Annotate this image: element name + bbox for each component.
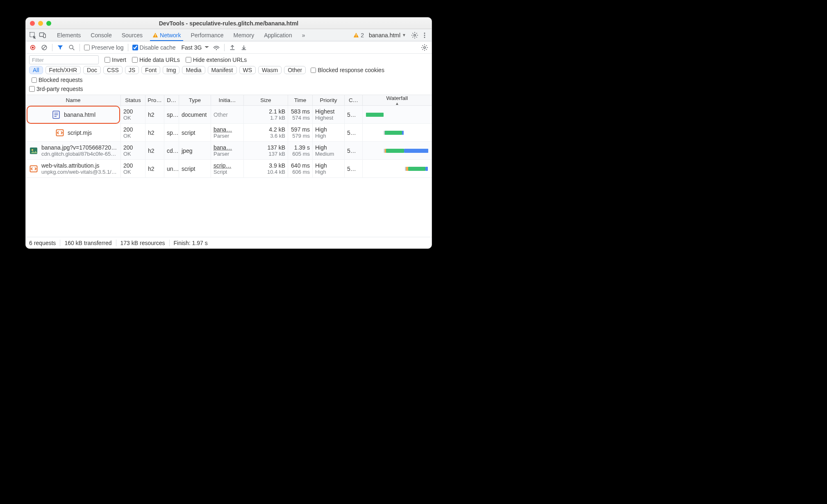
warning-icon bbox=[353, 32, 359, 38]
chevron-down-icon: ▼ bbox=[402, 33, 406, 37]
tab-performance[interactable]: Performance bbox=[186, 29, 228, 41]
svg-line-14 bbox=[413, 36, 414, 37]
filter-chip-img[interactable]: Img bbox=[163, 66, 179, 74]
network-conditions-icon[interactable] bbox=[213, 44, 220, 51]
table-row[interactable]: banana.html200OKh2sp…documentOther2.1 kB… bbox=[26, 106, 432, 124]
svg-line-33 bbox=[423, 45, 423, 46]
tab-console[interactable]: Console bbox=[86, 29, 116, 41]
svg-point-23 bbox=[69, 45, 73, 49]
svg-point-25 bbox=[216, 49, 217, 50]
col-priority: Priority bbox=[313, 95, 345, 105]
svg-rect-20 bbox=[32, 46, 34, 48]
import-har-icon[interactable] bbox=[240, 44, 248, 51]
kebab-menu-icon[interactable] bbox=[421, 32, 428, 39]
filter-chip-doc[interactable]: Doc bbox=[83, 66, 101, 74]
waterfall-cell[interactable] bbox=[363, 160, 432, 177]
network-settings-icon[interactable] bbox=[421, 44, 428, 51]
blocked-cookies-checkbox[interactable]: Blocked response cookies bbox=[311, 67, 384, 73]
tab-memory[interactable]: Memory bbox=[229, 29, 259, 41]
col-initiator: Initia… bbox=[211, 95, 244, 105]
main-tabbar: Elements Console Sources Network Perform… bbox=[26, 29, 432, 41]
hide-extension-urls-checkbox[interactable]: Hide extension URLs bbox=[186, 57, 247, 63]
table-row[interactable]: web-vitals.attribution.jsunpkg.com/web-v… bbox=[26, 160, 432, 178]
device-mode-icon[interactable] bbox=[39, 32, 46, 39]
filter-input[interactable] bbox=[29, 55, 99, 64]
type-filter-bar: AllFetch/XHRDocCSSJSFontImgMediaManifest… bbox=[26, 66, 432, 86]
doc-icon bbox=[52, 110, 61, 119]
status-bar: 6 requests 160 kB transferred 173 kB res… bbox=[26, 237, 432, 248]
col-name: Name bbox=[26, 95, 121, 105]
filter-chip-fetchxhr[interactable]: Fetch/XHR bbox=[45, 66, 81, 74]
footer-finish: Finish: 1.97 s bbox=[174, 240, 208, 246]
waterfall-cell[interactable] bbox=[363, 124, 432, 141]
sort-asc-icon: ▲ bbox=[395, 101, 399, 105]
devtools-window: DevTools - speculative-rules.glitch.me/b… bbox=[25, 17, 432, 249]
search-icon[interactable] bbox=[68, 44, 75, 51]
tab-network[interactable]: Network bbox=[148, 29, 186, 41]
col-size: Size bbox=[244, 95, 288, 105]
filter-chip-css[interactable]: CSS bbox=[103, 66, 123, 74]
svg-point-18 bbox=[424, 36, 425, 38]
clear-icon[interactable] bbox=[41, 44, 48, 51]
svg-rect-6 bbox=[356, 36, 357, 36]
filter-chip-other[interactable]: Other bbox=[284, 66, 306, 74]
svg-rect-2 bbox=[43, 34, 45, 38]
request-name: script.mjs bbox=[68, 129, 92, 136]
filter-chip-font[interactable]: Font bbox=[141, 66, 160, 74]
filter-chip-ws[interactable]: WS bbox=[239, 66, 256, 74]
table-row[interactable]: script.mjs200OKh2sp…scriptbana…Parser4.2… bbox=[26, 124, 432, 142]
col-connection: C… bbox=[345, 95, 363, 105]
export-har-icon[interactable] bbox=[229, 44, 236, 51]
script-icon bbox=[29, 164, 38, 173]
invert-checkbox[interactable]: Invert bbox=[105, 57, 126, 63]
network-table: Name Status Pro… D… Type Initia… Size Ti… bbox=[26, 95, 432, 237]
inspect-icon[interactable] bbox=[29, 32, 36, 39]
image-icon bbox=[29, 146, 38, 155]
network-toolbar: Preserve log Disable cache Fast 3G bbox=[26, 41, 432, 54]
zoom-window-button[interactable] bbox=[46, 21, 51, 26]
svg-line-22 bbox=[43, 46, 46, 49]
preserve-log-checkbox[interactable]: Preserve log bbox=[84, 44, 124, 51]
tab-application[interactable]: Application bbox=[259, 29, 297, 41]
context-selector[interactable]: banana.html ▼ bbox=[369, 32, 406, 39]
svg-rect-3 bbox=[155, 34, 155, 36]
waterfall-cell[interactable] bbox=[363, 106, 432, 123]
minimize-window-button[interactable] bbox=[38, 21, 43, 26]
waterfall-cell[interactable] bbox=[363, 142, 432, 159]
table-header[interactable]: Name Status Pro… D… Type Initia… Size Ti… bbox=[26, 95, 432, 106]
request-name: web-vitals.attribution.js bbox=[41, 162, 118, 169]
svg-point-28 bbox=[424, 46, 425, 48]
record-icon[interactable] bbox=[29, 44, 36, 51]
col-domain: D… bbox=[164, 95, 179, 105]
filter-chip-wasm[interactable]: Wasm bbox=[258, 66, 282, 74]
filter-chip-all[interactable]: All bbox=[29, 66, 43, 74]
col-protocol: Pro… bbox=[145, 95, 164, 105]
throttling-select[interactable]: Fast 3G bbox=[180, 43, 209, 52]
titlebar: DevTools - speculative-rules.glitch.me/b… bbox=[26, 18, 432, 29]
warning-icon bbox=[152, 32, 158, 38]
blocked-requests-checkbox[interactable]: Blocked requests bbox=[32, 77, 82, 83]
issues-counter[interactable]: 2 bbox=[353, 32, 364, 39]
svg-line-12 bbox=[413, 33, 414, 34]
disable-cache-checkbox[interactable]: Disable cache bbox=[132, 44, 176, 51]
hide-data-urls-checkbox[interactable]: Hide data URLs bbox=[132, 57, 180, 63]
svg-point-16 bbox=[424, 32, 425, 34]
svg-point-43 bbox=[32, 149, 33, 151]
table-row[interactable]: banana.jpg?v=1705668720588cdn.glitch.glo… bbox=[26, 142, 432, 160]
close-window-button[interactable] bbox=[30, 21, 35, 26]
filter-chip-manifest[interactable]: Manifest bbox=[208, 66, 237, 74]
tab-sources[interactable]: Sources bbox=[117, 29, 148, 41]
filter-chip-js[interactable]: JS bbox=[125, 66, 139, 74]
filter-chip-media[interactable]: Media bbox=[182, 66, 205, 74]
more-tabs-button[interactable]: » bbox=[297, 29, 310, 41]
footer-transferred: 160 kB transferred bbox=[64, 240, 111, 246]
third-party-checkbox[interactable]: 3rd-party requests bbox=[29, 86, 428, 92]
svg-line-15 bbox=[416, 33, 417, 34]
settings-icon[interactable] bbox=[411, 32, 418, 39]
svg-point-17 bbox=[424, 34, 425, 36]
third-party-row: 3rd-party requests bbox=[26, 86, 432, 95]
filter-icon[interactable] bbox=[57, 44, 64, 51]
svg-line-24 bbox=[73, 48, 74, 50]
tab-elements[interactable]: Elements bbox=[52, 29, 86, 41]
filter-bar: Invert Hide data URLs Hide extension URL… bbox=[26, 54, 432, 66]
